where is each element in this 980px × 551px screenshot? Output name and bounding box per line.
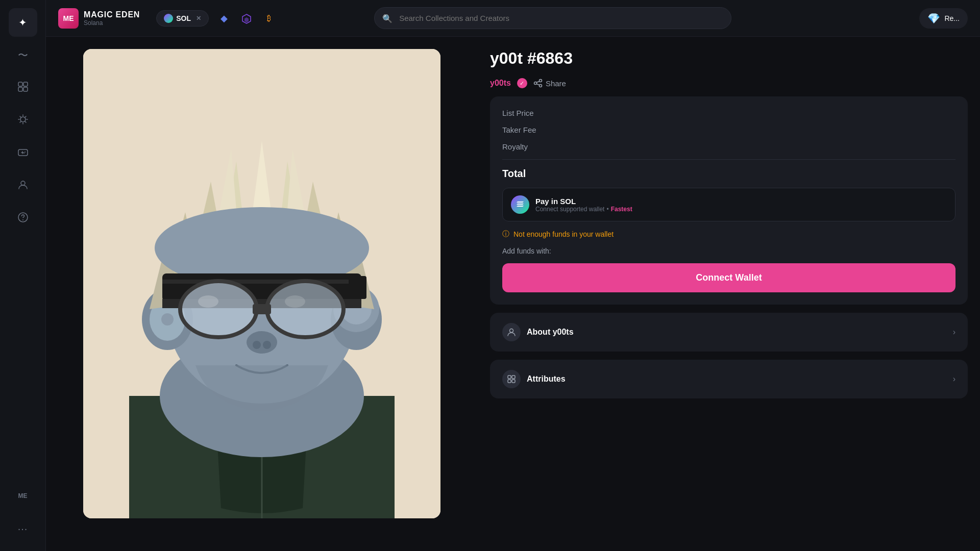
pay-title: Pay in SOL [535, 197, 632, 206]
logo: ME MAGIC EDEN Solana [58, 8, 140, 29]
sol-chain-dot [164, 14, 173, 23]
svg-point-52 [534, 82, 536, 85]
sidebar-item-help[interactable] [9, 204, 37, 233]
svg-point-45 [198, 295, 218, 308]
royalty-label: Royalty [502, 142, 528, 151]
warning-icon: ⓘ [502, 230, 509, 239]
gaming-icon [17, 146, 29, 160]
price-card: List Price Taker Fee Royalty Total [490, 96, 968, 305]
svg-point-53 [539, 85, 542, 87]
sidebar-item-home[interactable]: ✦ [9, 8, 37, 37]
activity-icon: 〜 [18, 48, 28, 62]
sidebar-item-activity[interactable]: 〜 [9, 41, 37, 69]
sidebar-item-me[interactable]: ME [9, 482, 37, 510]
royalty-row: Royalty [502, 142, 955, 151]
svg-point-47 [247, 331, 277, 354]
svg-rect-44 [253, 304, 271, 314]
chain-close-icon[interactable]: ✕ [196, 15, 201, 22]
svg-rect-55 [508, 375, 511, 379]
content-area: y00t #6863 y00ts ✓ Share List Pri [46, 37, 980, 551]
svg-rect-3 [23, 87, 28, 91]
svg-rect-58 [512, 380, 515, 383]
list-price-label: List Price [502, 109, 534, 117]
collections-icon [17, 81, 29, 95]
attributes-section: Attributes › [490, 360, 968, 398]
svg-rect-2 [18, 87, 22, 91]
right-panel: y00t #6863 y00ts ✓ Share List Pri [490, 37, 980, 551]
taker-fee-row: Taker Fee [502, 126, 955, 134]
svg-rect-56 [512, 375, 515, 379]
more-icon: ··· [18, 523, 28, 535]
svg-point-8 [21, 181, 25, 185]
svg-point-50 [161, 313, 174, 325]
search-bar: 🔍 [374, 7, 731, 29]
chevron-right-icon[interactable]: › [953, 328, 955, 337]
pay-subtitle: Connect supported wallet • Fastest [535, 206, 632, 213]
home-icon: ✦ [18, 16, 27, 29]
nft-title: y00t #6863 [490, 49, 968, 68]
sidebar-item-collections[interactable] [9, 73, 37, 102]
svg-rect-37 [162, 280, 361, 284]
svg-point-49 [263, 341, 271, 349]
logo-icon: ME [58, 8, 79, 29]
search-input[interactable] [374, 7, 731, 29]
ethereum-chain-icon[interactable]: ◆ [217, 11, 231, 26]
total-label: Total [502, 168, 526, 180]
warning-row: ⓘ Not enough funds in your wallet [502, 230, 955, 239]
polygon-chain-icon[interactable] [239, 11, 254, 26]
collection-row: y00ts ✓ Share [490, 78, 968, 88]
sidebar: ✦ 〜 [0, 0, 46, 551]
attributes-icon [502, 370, 521, 388]
about-title: About y00ts [527, 328, 574, 337]
about-section: About y00ts › [490, 313, 968, 352]
sidebar-item-profile[interactable] [9, 171, 37, 200]
svg-point-7 [23, 153, 24, 154]
svg-point-46 [285, 295, 305, 308]
total-row: Total [502, 168, 955, 180]
share-label: Share [546, 79, 566, 88]
svg-rect-1 [23, 82, 28, 86]
collection-name[interactable]: y00ts [490, 79, 511, 88]
svg-point-51 [539, 80, 542, 82]
chain-label: Solana [84, 19, 140, 27]
chain-name: SOL [176, 14, 191, 22]
fastest-badge: Fastest [611, 206, 632, 213]
add-funds-label: Add funds with: [502, 247, 955, 255]
warning-text: Not enough funds in your wallet [513, 230, 614, 238]
attributes-chevron-icon[interactable]: › [953, 374, 955, 384]
svg-point-6 [24, 152, 26, 153]
diamond-icon: 💎 [927, 12, 940, 24]
person-icon [502, 323, 521, 341]
help-icon [17, 212, 29, 226]
search-icon: 🔍 [382, 13, 393, 23]
attributes-title: Attributes [527, 374, 566, 384]
me-logo-icon: ME [18, 492, 28, 499]
verified-badge: ✓ [517, 78, 527, 88]
svg-point-48 [253, 341, 261, 349]
chain-selector[interactable]: SOL ✕ [156, 10, 209, 27]
nft-image [83, 49, 440, 518]
connect-wallet-button[interactable]: Connect Wallet [502, 263, 955, 292]
svg-rect-57 [508, 380, 511, 383]
main-content: ME MAGIC EDEN Solana SOL ✕ ◆ ₿ 🔍 💎 [46, 0, 980, 551]
reward-button[interactable]: 💎 Re... [919, 8, 968, 29]
header-right: 💎 Re... [919, 8, 968, 29]
nft-image-panel [46, 37, 490, 551]
svg-point-10 [22, 219, 23, 220]
sidebar-item-gaming[interactable] [9, 139, 37, 167]
logo-text: MAGIC EDEN Solana [84, 10, 140, 27]
svg-point-54 [510, 329, 513, 333]
sol-icon [511, 195, 529, 214]
header: ME MAGIC EDEN Solana SOL ✕ ◆ ₿ 🔍 💎 [46, 0, 980, 37]
taker-fee-label: Taker Fee [502, 126, 536, 134]
svg-rect-0 [18, 82, 22, 86]
pay-method[interactable]: Pay in SOL Connect supported wallet • Fa… [502, 188, 955, 221]
bitcoin-chain-icon[interactable]: ₿ [262, 11, 276, 26]
reward-label: Re... [944, 14, 960, 22]
sidebar-item-launchpad[interactable] [9, 106, 37, 135]
profile-icon [17, 179, 29, 193]
sidebar-item-more[interactable]: ··· [9, 514, 37, 543]
launchpad-icon [17, 114, 29, 128]
share-button[interactable]: Share [533, 79, 566, 88]
app-name: MAGIC EDEN [84, 10, 140, 19]
